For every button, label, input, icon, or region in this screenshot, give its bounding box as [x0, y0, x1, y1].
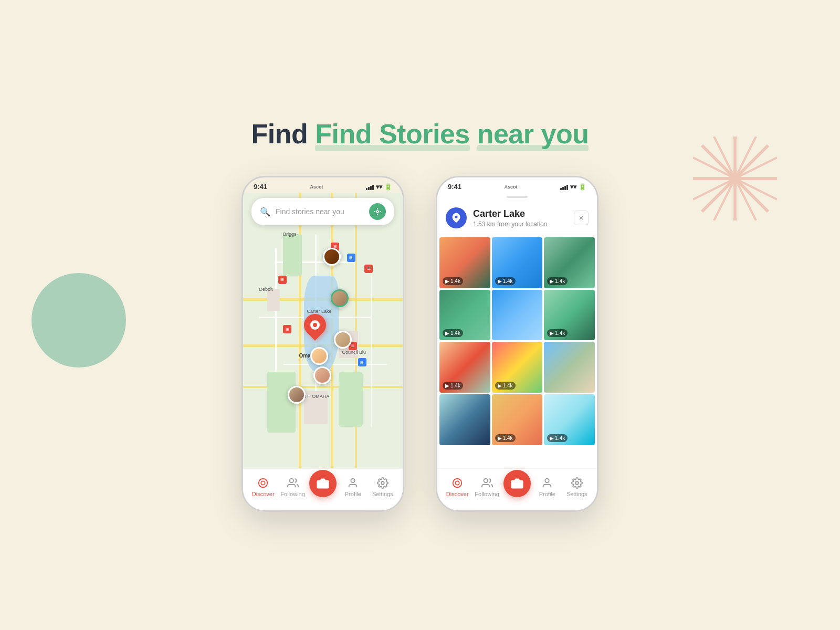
drag-handle: [437, 193, 597, 201]
photo-count-6: ▶1.4k: [547, 329, 568, 337]
location-info: Carter Lake 1.53 km from your location: [473, 208, 574, 228]
photo-cell-2[interactable]: ▶1.4k: [492, 237, 543, 288]
nav-camera-1[interactable]: [309, 470, 337, 505]
battery-icon-1: 🔋: [384, 183, 392, 191]
photo-cell-10[interactable]: [439, 394, 490, 445]
svg-point-9: [261, 481, 265, 485]
decorative-circle: [32, 273, 126, 368]
bottom-nav-2: Discover Following: [437, 468, 597, 510]
svg-point-14: [381, 481, 384, 485]
map-marker-7: ⊞: [358, 358, 366, 366]
map-marker-4: ⊞: [283, 325, 291, 333]
svg-point-17: [453, 478, 462, 487]
svg-point-18: [484, 478, 487, 482]
nav-profile-1[interactable]: Profile: [340, 477, 366, 497]
map-marker-6: ⊞: [347, 254, 355, 262]
nav-settings-2[interactable]: Settings: [564, 477, 590, 497]
photo-count-7: ▶1.4k: [443, 382, 463, 390]
wifi-icon-2: ▾▾: [570, 183, 576, 191]
svg-point-21: [575, 481, 579, 485]
status-icons-2: ▾▾ 🔋: [560, 183, 586, 191]
avatar-pin-4[interactable]: [313, 366, 331, 384]
nav-discover-2[interactable]: Discover: [444, 477, 470, 497]
avatar-pin-3[interactable]: [334, 331, 352, 349]
photo-cell-4[interactable]: ▶1.4k: [439, 290, 490, 341]
camera-btn-1[interactable]: [309, 470, 337, 497]
photo-count-3: ▶1.4k: [547, 277, 568, 285]
svg-point-13: [351, 478, 355, 482]
photo-cell-7[interactable]: ▶1.4k: [439, 342, 490, 393]
map-visual: Briggs Debolt Carter Lake Omaha Council …: [243, 193, 403, 468]
nav-profile-label-2: Profile: [539, 491, 555, 497]
time-1: 9:41: [254, 183, 267, 191]
photo-grid: ▶1.4k ▶1.4k ▶1.4k ▶1.4k: [437, 235, 597, 447]
search-icon: 🔍: [260, 207, 270, 217]
photo-cell-6[interactable]: ▶1.4k: [544, 290, 595, 341]
close-button[interactable]: [574, 211, 589, 225]
nav-discover-1[interactable]: Discover: [250, 477, 276, 497]
map-label-briggs: Briggs: [283, 232, 297, 237]
location-distance: 1.53 km from your location: [473, 220, 574, 228]
svg-point-11: [289, 478, 293, 482]
decorative-star: [693, 136, 777, 220]
signal-bars-1: [366, 184, 374, 190]
nav-camera-2[interactable]: [503, 470, 531, 505]
map-label-council: Council Blu: [342, 350, 366, 355]
page-title-section: Find Find Stories near you: [251, 118, 589, 150]
nav-following-label-2: Following: [475, 491, 499, 497]
svg-point-20: [545, 478, 549, 482]
photo-cell-1[interactable]: ▶1.4k: [439, 237, 490, 288]
photo-count-12: ▶1.4k: [547, 434, 568, 442]
svg-point-10: [259, 478, 268, 487]
signal-bars-2: [560, 184, 568, 190]
svg-point-12: [321, 482, 325, 486]
avatar-pin-5[interactable]: [310, 347, 328, 365]
location-icon: [446, 207, 467, 228]
nav-profile-2[interactable]: Profile: [534, 477, 560, 497]
photo-cell-8[interactable]: ▶1.4k: [492, 342, 543, 393]
status-icons-1: ▾▾ 🔋: [366, 183, 392, 191]
status-bar-1: 9:41 Ascot ▾▾ 🔋: [243, 177, 403, 193]
svg-point-16: [456, 481, 459, 485]
main-location-pin[interactable]: [304, 314, 326, 336]
photo-count-2: ▶1.4k: [495, 277, 516, 285]
nav-profile-label-1: Profile: [345, 491, 361, 497]
location-name: Carter Lake: [473, 208, 574, 219]
photo-cell-9[interactable]: [544, 342, 595, 393]
avatar-pin-2[interactable]: [331, 289, 349, 307]
location-label-2: Ascot: [505, 184, 518, 190]
avatar-pin-6[interactable]: [288, 386, 306, 404]
svg-point-15: [455, 216, 458, 218]
photo-cell-3[interactable]: ▶1.4k: [544, 237, 595, 288]
nav-settings-label-2: Settings: [566, 491, 587, 497]
detail-content[interactable]: ▶1.4k ▶1.4k ▶1.4k ▶1.4k: [437, 235, 597, 468]
svg-point-8: [376, 211, 379, 213]
map-screen[interactable]: Briggs Debolt Carter Lake Omaha Council …: [243, 193, 403, 468]
status-bar-2: 9:41 Ascot ▾▾ 🔋: [437, 177, 597, 193]
photo-cell-5[interactable]: [492, 290, 543, 341]
nav-following-1[interactable]: Following: [280, 477, 306, 497]
photo-cell-11[interactable]: ▶1.4k: [492, 394, 543, 445]
nav-following-label-1: Following: [280, 491, 304, 497]
map-marker-2: ☰: [364, 265, 373, 273]
photo-cell-12[interactable]: ▶1.4k: [544, 394, 595, 445]
phones-container: 9:41 Ascot ▾▾ 🔋: [242, 176, 598, 512]
camera-btn-2[interactable]: [503, 470, 531, 497]
photo-count-1: ▶1.4k: [443, 277, 463, 285]
nav-settings-1[interactable]: Settings: [370, 477, 396, 497]
location-target-btn[interactable]: [369, 203, 386, 220]
time-2: 9:41: [448, 183, 461, 191]
search-bar[interactable]: 🔍 Find stories near you: [251, 198, 394, 225]
nav-settings-label-1: Settings: [372, 491, 393, 497]
nav-following-2[interactable]: Following: [474, 477, 500, 497]
nav-discover-label-1: Discover: [252, 491, 275, 497]
wifi-icon-1: ▾▾: [376, 183, 382, 191]
avatar-pin-1[interactable]: [323, 248, 341, 266]
photo-count-8: ▶1.4k: [495, 382, 516, 390]
phone-map: 9:41 Ascot ▾▾ 🔋: [242, 176, 404, 512]
map-label-debolt: Debolt: [259, 287, 272, 292]
photo-count-11: ▶1.4k: [495, 434, 516, 442]
battery-icon-2: 🔋: [579, 183, 586, 191]
location-label-1: Ascot: [310, 184, 323, 190]
phone-detail: 9:41 Ascot ▾▾ 🔋: [436, 176, 598, 512]
